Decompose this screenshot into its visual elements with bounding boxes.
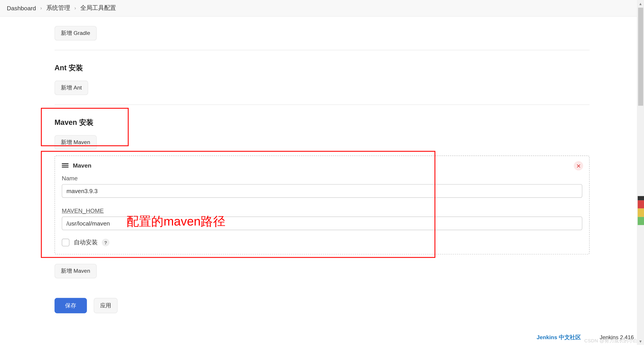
maven-home-label: MAVEN_HOME bbox=[62, 207, 582, 214]
add-gradle-button[interactable]: 新增 Gradle bbox=[54, 26, 96, 41]
maven-home-input[interactable] bbox=[62, 217, 582, 230]
scroll-thumb[interactable] bbox=[638, 8, 643, 106]
breadcrumb-item-dashboard[interactable]: Dashboard bbox=[7, 5, 36, 12]
breadcrumb: Dashboard › 系统管理 › 全局工具配置 bbox=[0, 0, 644, 17]
apply-button[interactable]: 应用 bbox=[94, 298, 118, 313]
section-heading-ant: Ant 安装 bbox=[54, 63, 590, 73]
add-ant-button[interactable]: 新增 Ant bbox=[54, 81, 88, 95]
add-maven-button[interactable]: 新增 Maven bbox=[54, 135, 96, 150]
watermark: CSDN @努力成长的小白 bbox=[584, 337, 638, 344]
chevron-right-icon: › bbox=[74, 5, 76, 11]
name-label: Name bbox=[62, 175, 582, 181]
breadcrumb-item-global-tool[interactable]: 全局工具配置 bbox=[80, 4, 116, 12]
auto-install-label: 自动安装 bbox=[74, 239, 98, 246]
close-icon[interactable]: ✕ bbox=[574, 161, 583, 170]
divider bbox=[54, 50, 590, 50]
breadcrumb-item-system[interactable]: 系统管理 bbox=[46, 4, 70, 12]
help-icon[interactable]: ? bbox=[102, 239, 109, 246]
chevron-right-icon: › bbox=[40, 5, 42, 11]
installer-title: Maven bbox=[73, 162, 92, 169]
divider bbox=[54, 105, 590, 105]
scroll-down-arrow-icon[interactable]: ▼ bbox=[637, 337, 644, 345]
page-minimap-marker bbox=[638, 196, 644, 225]
add-maven-button-bottom[interactable]: 新增 Maven bbox=[54, 264, 96, 278]
section-heading-maven: Maven 安装 bbox=[54, 118, 590, 128]
auto-install-checkbox[interactable] bbox=[62, 239, 69, 246]
scrollbar[interactable]: ▲ ▼ bbox=[637, 0, 644, 345]
maven-name-input[interactable] bbox=[62, 184, 582, 198]
save-button[interactable]: 保存 bbox=[54, 298, 87, 313]
drag-handle-icon[interactable] bbox=[62, 162, 68, 168]
maven-installer-panel: Maven ✕ Name MAVEN_HOME 自动安装 ? bbox=[54, 156, 590, 254]
scroll-up-arrow-icon[interactable]: ▲ bbox=[637, 0, 644, 7]
jenkins-community-link[interactable]: Jenkins 中文社区 bbox=[537, 334, 581, 341]
